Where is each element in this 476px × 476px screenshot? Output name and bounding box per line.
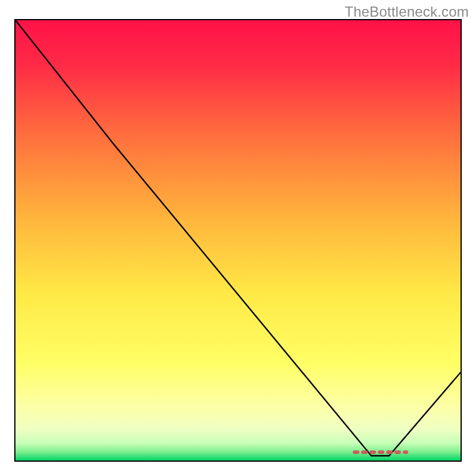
chart-container: TheBottleneck.com bbox=[0, 0, 476, 476]
svg-rect-1 bbox=[361, 450, 368, 454]
svg-rect-4 bbox=[386, 450, 393, 454]
plot-area bbox=[14, 19, 462, 462]
gradient-background bbox=[15, 20, 461, 461]
svg-rect-5 bbox=[394, 450, 401, 454]
chart-svg bbox=[15, 20, 461, 461]
svg-rect-3 bbox=[378, 450, 384, 454]
attribution-text: TheBottleneck.com bbox=[345, 4, 469, 20]
svg-rect-0 bbox=[353, 450, 359, 454]
svg-rect-2 bbox=[369, 450, 376, 454]
svg-rect-6 bbox=[403, 450, 408, 454]
